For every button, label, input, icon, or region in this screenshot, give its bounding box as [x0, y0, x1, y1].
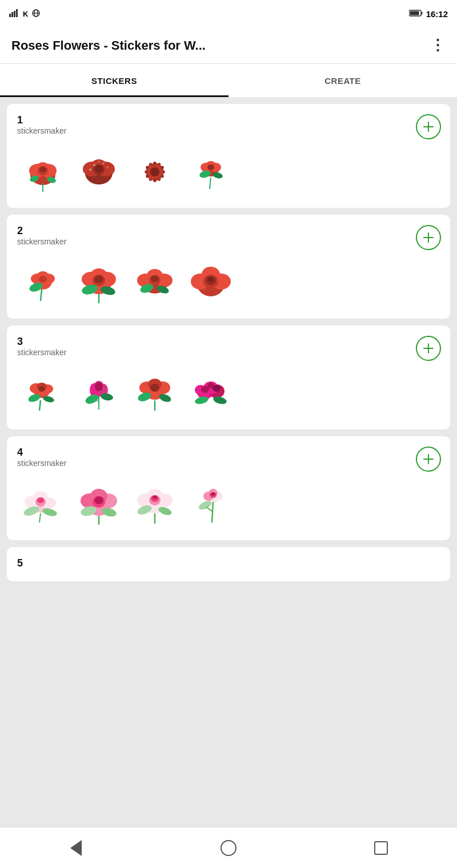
- svg-point-80: [208, 277, 214, 282]
- svg-rect-1: [11, 12, 13, 17]
- svg-point-92: [95, 382, 103, 391]
- add-pack-3-button[interactable]: [416, 336, 441, 361]
- sticker-pack-2: 2 stickersmaker: [7, 215, 450, 319]
- app-bar: Roses Flowers - Stickers for W... ⋮: [0, 27, 457, 64]
- pack-info-3: 3 stickersmaker: [17, 336, 66, 357]
- sticker-4-3: [129, 479, 181, 530]
- sticker-2-2: [73, 257, 125, 308]
- svg-rect-9: [410, 11, 419, 15]
- svg-line-56: [41, 290, 42, 301]
- content-area: 1 stickersmaker: [0, 97, 457, 827]
- tab-create[interactable]: CREATE: [228, 64, 457, 97]
- pack-header-4: 4 stickersmaker: [17, 447, 441, 472]
- svg-point-62: [94, 275, 103, 283]
- back-button[interactable]: [62, 834, 90, 862]
- svg-line-49: [210, 178, 211, 189]
- sticker-4-1: [17, 479, 69, 530]
- pack-author-3: stickersmaker: [17, 348, 66, 357]
- pack-header-3: 3 stickersmaker: [17, 336, 441, 361]
- svg-line-149: [212, 502, 213, 523]
- battery-icon: [409, 9, 423, 18]
- plus-icon-1: [422, 120, 435, 133]
- svg-point-71: [151, 275, 159, 282]
- sticker-pack-3: 3 stickersmaker: [7, 326, 450, 429]
- pack-header-1: 1 stickersmaker: [17, 114, 441, 139]
- home-icon: [221, 840, 236, 856]
- svg-point-85: [38, 386, 45, 392]
- pack-author-2: stickersmaker: [17, 237, 66, 246]
- sticker-2-3: [129, 257, 181, 308]
- svg-point-109: [201, 386, 209, 393]
- svg-rect-8: [421, 12, 422, 15]
- svg-line-150: [206, 507, 212, 511]
- plus-icon-2: [422, 231, 435, 244]
- stickers-row-1: [17, 146, 441, 198]
- plus-icon-4: [422, 453, 435, 465]
- pack-header-2: 2 stickersmaker: [17, 225, 441, 250]
- time: 16:12: [426, 9, 448, 19]
- pack-number-1: 1: [17, 114, 66, 126]
- svg-point-24: [95, 165, 103, 172]
- sticker-3-1: [17, 368, 69, 419]
- sticker-3-3: [129, 368, 181, 419]
- add-pack-2-button[interactable]: [416, 225, 441, 250]
- stickers-row-2: [17, 257, 441, 308]
- svg-point-26: [103, 163, 105, 164]
- svg-point-119: [37, 497, 44, 503]
- sticker-4-4: [185, 479, 236, 530]
- home-button[interactable]: [214, 834, 243, 862]
- more-options-icon[interactable]: ⋮: [430, 37, 446, 54]
- svg-point-138: [153, 496, 157, 499]
- sticker-3-2: [73, 368, 125, 419]
- svg-point-54: [39, 276, 47, 283]
- svg-point-28: [107, 167, 109, 168]
- add-pack-1-button[interactable]: [416, 114, 441, 139]
- stickers-row-4: [17, 479, 441, 530]
- sticker-1-1: [17, 146, 69, 198]
- pack-number-4: 4: [17, 447, 66, 459]
- pack-author-4: stickersmaker: [17, 459, 66, 468]
- svg-point-147: [211, 492, 215, 496]
- svg-point-15: [39, 167, 46, 172]
- pack-author-1: stickersmaker: [17, 126, 66, 135]
- plus-icon-3: [422, 342, 435, 355]
- svg-point-46: [207, 164, 214, 170]
- sticker-2-4: [185, 257, 236, 308]
- sticker-pack-1: 1 stickersmaker: [7, 104, 450, 208]
- sticker-2-1: [17, 257, 69, 308]
- signal-icon: [9, 9, 19, 19]
- recents-icon: [374, 841, 388, 855]
- stickers-row-3: [17, 368, 441, 419]
- status-left: K: [9, 9, 41, 19]
- svg-point-25: [93, 164, 95, 166]
- pack-info-1: 1 stickersmaker: [17, 114, 66, 135]
- svg-point-111: [207, 383, 214, 388]
- pack-number-2: 2: [17, 225, 66, 237]
- svg-point-128: [94, 496, 103, 504]
- sticker-pack-4: 4 stickersmaker: [7, 436, 450, 540]
- tab-bar: STICKERS CREATE: [0, 64, 457, 97]
- sticker-3-4: [185, 368, 236, 419]
- svg-point-101: [150, 384, 159, 392]
- pack-number-3: 3: [17, 336, 66, 348]
- sticker-1-3: [129, 146, 181, 198]
- status-bar: K 16:12: [0, 0, 457, 27]
- pack-info-4: 4 stickersmaker: [17, 447, 66, 468]
- pack-number-5: 5: [17, 557, 23, 569]
- sim-icon: K: [23, 10, 28, 18]
- svg-point-41: [150, 167, 159, 176]
- sticker-1-2: [73, 146, 125, 198]
- svg-line-88: [39, 400, 41, 411]
- tab-stickers[interactable]: STICKERS: [0, 64, 228, 97]
- sticker-pack-5: 5: [7, 547, 450, 581]
- bottom-nav: [0, 827, 457, 868]
- add-pack-4-button[interactable]: [416, 447, 441, 472]
- svg-rect-3: [16, 9, 18, 17]
- vpn-icon: [31, 9, 41, 19]
- recents-button[interactable]: [367, 834, 395, 862]
- svg-point-29: [89, 168, 91, 171]
- back-icon: [70, 840, 82, 856]
- pack-info-2: 2 stickersmaker: [17, 225, 66, 246]
- sticker-1-4: [185, 146, 236, 198]
- sticker-4-2: [73, 479, 125, 530]
